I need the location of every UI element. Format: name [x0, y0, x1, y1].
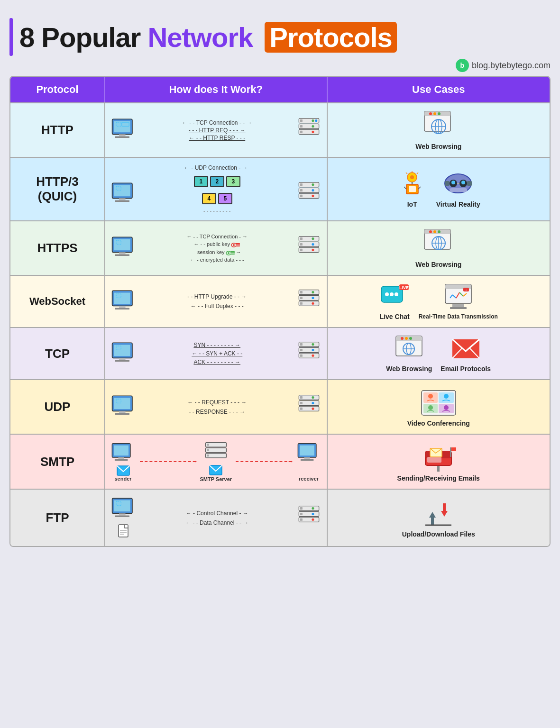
- main-title: 8 Popular Network Protocols: [19, 21, 397, 53]
- svg-rect-123: [114, 345, 130, 356]
- protocol-tcp: TCP: [10, 328, 105, 379]
- title-bar: [9, 18, 13, 56]
- how-udp: ← - - REQUEST - - - → - - RESPONSE - - -…: [105, 380, 328, 434]
- row-http: HTTP ← - - TCP: [10, 102, 550, 157]
- row-https: HTTPS ← - - TCP Connection - → ← - - pub: [10, 220, 550, 275]
- svg-point-13: [312, 125, 314, 127]
- protocol-name-smtp: SMTP: [40, 455, 74, 469]
- svg-rect-172: [119, 457, 124, 459]
- header-usecases: Use Cases: [328, 77, 550, 102]
- computer-svg-ftp: [110, 496, 138, 522]
- row-smtp: SMTP: [10, 434, 550, 489]
- packet-5: 5: [218, 193, 232, 204]
- computer-svg-tcp: [110, 341, 138, 367]
- how-websocket: - - HTTP Upgrade - - → ← - - Full Duplex…: [105, 276, 328, 327]
- protocol-https: HTTPS: [10, 221, 105, 275]
- how-http: ← - - TCP Connection - - → - - - HTTP RE…: [105, 103, 328, 157]
- svg-point-39: [312, 194, 314, 197]
- web-browsing-icon-http: [422, 110, 455, 141]
- use-label-realtime: Real-Time Data Transmission: [419, 313, 498, 320]
- upload-download-icon: [421, 498, 456, 528]
- header-protocol: Protocol: [10, 77, 105, 102]
- table-header: Protocol How does It Work? Use Cases: [10, 77, 550, 102]
- use-label-videoconf: Video Conferencing: [407, 419, 470, 427]
- svg-point-33: [312, 183, 314, 186]
- how-ftp: ← - Control Channel - → ← - - Data Chann…: [105, 490, 328, 546]
- page-wrapper: 8 Popular Network Protocols b blog.byteb…: [9, 9, 551, 547]
- server-svg-tcp: [296, 341, 322, 367]
- use-item-upload-download: Upload/Download Files: [402, 498, 475, 538]
- svg-rect-60: [114, 239, 130, 250]
- svg-point-16: [312, 131, 314, 133]
- svg-rect-41: [409, 186, 416, 192]
- how-smtp: sender →: [105, 435, 328, 489]
- svg-rect-114: [450, 307, 467, 309]
- use-item-sending-emails: Sending/Receiving Emails: [397, 442, 480, 482]
- svg-point-129: [312, 343, 314, 346]
- title-prefix: 8 Popular: [19, 22, 147, 53]
- protocol-name-udp: UDP: [45, 400, 71, 414]
- use-label-iot: IoT: [407, 200, 417, 208]
- brand-line: b blog.bytebytego.com: [9, 59, 551, 72]
- svg-rect-150: [119, 411, 126, 413]
- use-item-web-browsing-https: Web Browsing: [415, 228, 461, 268]
- computer-svg-ws: [110, 289, 138, 315]
- server-svg-udp: [296, 394, 322, 420]
- use-item-realtime: ↓ Real-Time Data Transmission: [419, 283, 498, 320]
- use-label-web-browsing-https: Web Browsing: [415, 261, 461, 268]
- protocol-http: HTTP: [10, 103, 105, 157]
- server-svg-ftp: [296, 505, 322, 531]
- svg-rect-137: [396, 336, 422, 341]
- svg-rect-15: [300, 131, 302, 133]
- svg-rect-214: [443, 503, 446, 512]
- use-label-web-browsing-http: Web Browsing: [415, 143, 461, 150]
- protocol-name-ftp: FTP: [46, 510, 69, 525]
- svg-rect-79: [300, 249, 302, 251]
- svg-rect-134: [300, 354, 302, 356]
- svg-rect-30: [115, 200, 129, 201]
- svg-rect-62: [119, 252, 126, 254]
- mailbox-icon: [421, 442, 456, 473]
- svg-point-210: [312, 519, 314, 521]
- svg-marker-211: [429, 512, 436, 518]
- svg-rect-6: [115, 136, 129, 138]
- protocol-name-https: HTTPS: [37, 241, 77, 255]
- row-websocket: WebSocket - - HTTP Upgrade - - → ← - - F…: [10, 275, 550, 327]
- svg-point-57: [451, 181, 455, 184]
- svg-rect-156: [300, 402, 302, 404]
- protocol-udp: UDP: [10, 380, 105, 434]
- use-smtp: Sending/Receiving Emails: [328, 435, 550, 489]
- packet-4: 4: [202, 193, 216, 204]
- use-label-email-tcp: Email Protocols: [441, 365, 491, 373]
- computer-svg-http: [110, 117, 138, 143]
- svg-point-160: [312, 408, 314, 410]
- use-label-vr: Virtual Reality: [436, 200, 480, 208]
- svg-rect-184: [304, 457, 310, 459]
- svg-rect-173: [115, 459, 128, 461]
- svg-rect-8: [300, 119, 302, 122]
- iot-icon: [397, 170, 428, 199]
- packet-1: 1: [194, 176, 208, 187]
- svg-point-207: [312, 513, 314, 515]
- use-item-vr: Virtual Reality: [436, 170, 480, 208]
- livechat-icon: LIVE: [379, 282, 410, 311]
- svg-point-100: [312, 296, 314, 299]
- svg-rect-29: [119, 198, 126, 200]
- svg-point-106: [390, 292, 394, 296]
- svg-point-67: [233, 244, 235, 246]
- svg-rect-148: [114, 398, 130, 409]
- svg-rect-185: [300, 459, 313, 461]
- svg-rect-197: [115, 516, 129, 517]
- svg-rect-196: [119, 513, 126, 515]
- svg-rect-151: [115, 413, 129, 415]
- svg-point-138: [401, 337, 404, 340]
- use-item-videoconf: Video Conferencing: [407, 387, 470, 427]
- svg-rect-194: [114, 500, 130, 511]
- svg-rect-12: [300, 125, 302, 127]
- svg-rect-1: [114, 121, 130, 132]
- use-https: Web Browsing: [328, 221, 550, 275]
- svg-rect-125: [119, 358, 126, 360]
- use-udp: Video Conferencing: [328, 380, 550, 434]
- protocol-http3: HTTP/3(QUIC): [10, 158, 105, 220]
- svg-point-139: [405, 337, 408, 340]
